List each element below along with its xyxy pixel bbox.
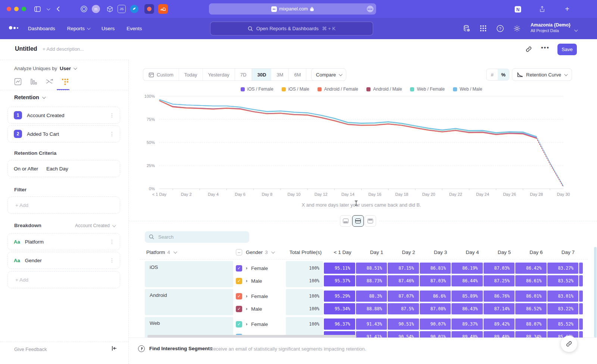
retention-line-chart[interactable]: 0%25%50%75%100%< 1 DayDay 2Day 4Day 6Day… <box>129 92 597 204</box>
day-header-5[interactable]: Day 5 <box>484 247 511 257</box>
maximize-window-button[interactable] <box>22 7 26 11</box>
range-6m[interactable]: 6M <box>289 69 306 81</box>
range-7d[interactable]: 7D <box>235 69 252 81</box>
legend-item[interactable]: Android / Male <box>366 87 402 92</box>
retention-value-cell[interactable]: 86.81% <box>420 263 451 274</box>
step-card-added-to-cart[interactable]: 2 Added To Cart ⋮ <box>7 125 120 142</box>
retention-value-cell[interactable]: 89.37% <box>451 318 483 330</box>
retention-value-cell[interactable]: 86.01% <box>515 291 547 302</box>
gender-column-header[interactable]: – Gender 3 <box>236 247 274 257</box>
retention-value-cell[interactable]: 86.76% <box>484 291 515 302</box>
row-checkbox[interactable]: ✓ <box>236 306 242 312</box>
data-management-icon[interactable] <box>462 24 471 33</box>
day-header-3[interactable]: Day 3 <box>420 247 447 257</box>
report-title[interactable]: Untitled <box>15 46 37 52</box>
expand-row-icon[interactable]: › <box>246 306 247 311</box>
range-custom[interactable]: Custom <box>143 69 179 81</box>
breakdown-options-icon[interactable]: ⋮ <box>109 257 115 263</box>
legend-item[interactable]: Web / Female <box>410 87 444 92</box>
split-view-button[interactable] <box>352 215 364 227</box>
row-checkbox[interactable]: ✓ <box>236 265 242 272</box>
range-3m[interactable]: 3M <box>271 69 289 81</box>
retention-value-cell[interactable]: 95.37% <box>324 275 355 286</box>
minimize-window-button[interactable] <box>14 7 19 11</box>
total-profiles-header[interactable]: Total Profile(s) <box>286 247 322 257</box>
tab-icon-soundcloud[interactable] <box>158 4 168 14</box>
vertical-scrollbar[interactable] <box>594 247 597 338</box>
retention-value-cell[interactable]: 89.42% <box>484 318 515 330</box>
step-options-icon[interactable]: ⋮ <box>109 131 115 137</box>
retention-value-cell[interactable]: 86.19% <box>451 263 483 274</box>
analyze-value[interactable]: User <box>60 66 71 71</box>
tab-icon-js[interactable]: JS <box>118 5 126 13</box>
copy-link-icon[interactable] <box>525 46 532 54</box>
breakdown-scope-dropdown[interactable]: Account Created <box>75 223 115 228</box>
filter-add-button[interactable]: + Add <box>7 197 120 214</box>
unit-percent-button[interactable]: % <box>498 69 509 80</box>
retention-value-cell[interactable]: 87.08% <box>420 303 451 314</box>
tab-icon-m-avatar[interactable]: m <box>92 5 100 13</box>
nav-item-dashboards[interactable]: Dashboards <box>28 26 55 31</box>
retention-value-cell[interactable]: 87.46% <box>388 275 419 286</box>
tab-flows[interactable] <box>45 76 54 87</box>
table-search-input[interactable] <box>145 231 249 243</box>
retention-value-cell[interactable]: 90.01% <box>420 331 451 338</box>
legend-item[interactable]: Web / Male <box>453 87 482 92</box>
retention-value-cell[interactable]: 87.5% <box>388 303 419 314</box>
expand-row-icon[interactable]: › <box>246 278 247 283</box>
retention-value-cell[interactable]: 87.14% <box>484 303 515 314</box>
range-yesterday[interactable]: Yesterday <box>203 69 235 81</box>
breakdown-add-button[interactable]: + Add <box>7 271 120 288</box>
gender-row-ios-female[interactable]: ✓›Female <box>236 263 268 274</box>
row-checkbox[interactable]: ✓ <box>236 278 242 284</box>
day-header-6[interactable]: Day 6 <box>515 247 543 257</box>
gender-row-android-male[interactable]: ✓›Male <box>236 303 262 314</box>
retention-value-cell[interactable]: 85.52% <box>547 318 579 330</box>
more-options-icon[interactable]: ••• <box>541 44 550 51</box>
compare-button[interactable]: Compare <box>311 68 346 81</box>
step-card-account-created[interactable]: 1 Account Created ⋮ <box>7 107 120 124</box>
tab-retention[interactable] <box>60 76 69 87</box>
row-checkbox[interactable]: ✓ <box>236 321 242 327</box>
retention-value-cell[interactable]: 88.3% <box>356 291 387 302</box>
retention-value-cell[interactable]: 96.37% <box>324 318 355 330</box>
select-all-checkbox[interactable]: – <box>236 249 242 255</box>
nav-item-users[interactable]: Users <box>101 26 115 31</box>
retention-value-cell[interactable]: 91.43% <box>356 318 387 330</box>
org-switcher[interactable]: Amazonia {Demo} All Project Data <box>531 22 571 33</box>
criteria-card[interactable]: On or After Each Day <box>7 160 120 177</box>
apps-grid-icon[interactable] <box>479 24 488 33</box>
retention-value-cell[interactable]: 90.07% <box>420 318 451 330</box>
retention-value-cell[interactable]: 88.88% <box>356 303 387 314</box>
retention-value-cell[interactable]: 87.15% <box>388 263 419 274</box>
segments-title[interactable]: Find Interesting Segments <box>149 346 213 351</box>
retention-value-cell[interactable]: 85.67% <box>547 331 579 338</box>
tab-icon-bird[interactable] <box>130 5 138 13</box>
criteria-type[interactable]: On or After <box>14 166 38 172</box>
chevron-down-icon[interactable] <box>43 4 52 13</box>
retention-value-cell[interactable]: 88.73% <box>356 275 387 286</box>
add-description[interactable]: + Add description... <box>43 46 84 52</box>
address-bar[interactable]: mixpanel.com ••• <box>209 3 376 15</box>
day-header-7[interactable]: Day 7 <box>547 247 575 257</box>
save-button[interactable]: Save <box>557 44 577 55</box>
retention-value-cell[interactable]: 89.48% <box>451 331 483 338</box>
browser-sidebar-icon[interactable] <box>33 4 42 13</box>
retention-value-cell[interactable]: 83.27% <box>547 263 579 274</box>
gender-row-ios-male[interactable]: ✓›Male <box>236 275 262 286</box>
series-line-web---female[interactable] <box>159 100 537 137</box>
tab-icon-cube[interactable] <box>105 4 115 14</box>
tab-funnels[interactable] <box>29 76 38 87</box>
legend-item[interactable]: iOS / Female <box>241 87 274 92</box>
step-options-icon[interactable]: ⋮ <box>109 112 115 118</box>
expand-row-icon[interactable]: › <box>246 321 247 327</box>
retention-value-cell[interactable]: 95.11% <box>324 263 355 274</box>
legend-item[interactable]: Android / Female <box>318 87 358 92</box>
retention-value-cell[interactable]: 86.42% <box>515 263 547 274</box>
collapse-sidebar-icon[interactable] <box>112 346 117 352</box>
retention-value-cell[interactable]: 91.41% <box>356 331 387 338</box>
table-only-view-button[interactable] <box>365 215 376 227</box>
settings-gear-icon[interactable] <box>512 24 521 33</box>
retention-value-cell[interactable]: 83.22% <box>547 303 579 314</box>
retention-section-title[interactable]: Retention <box>14 94 39 100</box>
